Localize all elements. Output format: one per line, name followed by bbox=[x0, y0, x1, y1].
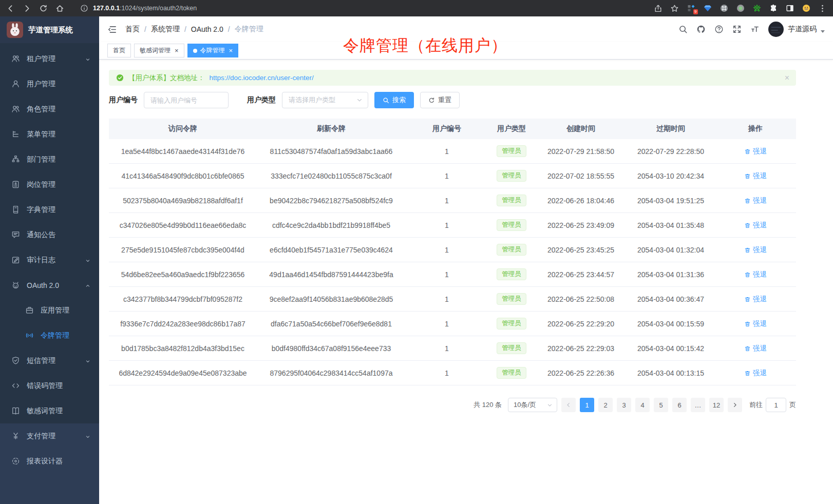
force-logout-button[interactable]: 强退 bbox=[744, 196, 767, 205]
sidebar-item-user[interactable]: 用户管理 bbox=[0, 71, 99, 96]
sidebar-item-sensitive[interactable]: 敏感词管理 bbox=[0, 398, 99, 423]
help-icon[interactable] bbox=[714, 25, 724, 34]
sidebar-item-pay[interactable]: 支付管理 bbox=[0, 423, 99, 449]
expire-time-cell: 2054-03-10 20:42:34 bbox=[627, 172, 715, 180]
browser-menu-icon[interactable] bbox=[818, 4, 827, 13]
created-time-cell: 2022-06-25 22:29:20 bbox=[535, 320, 627, 328]
share-icon[interactable] bbox=[654, 4, 662, 13]
dept-icon bbox=[11, 155, 20, 164]
goto-page-input[interactable] bbox=[766, 398, 786, 412]
browser-back-icon[interactable] bbox=[6, 4, 15, 13]
tag-tab-敏感词管理[interactable]: 敏感词管理× bbox=[134, 44, 184, 57]
force-logout-button[interactable]: 强退 bbox=[744, 171, 767, 181]
sidebar-item-notice[interactable]: 通知公告 bbox=[0, 222, 99, 247]
sidebar-logo[interactable]: 芋道管理系统 bbox=[0, 16, 99, 43]
notice-icon bbox=[11, 230, 20, 240]
alert-close-icon[interactable]: × bbox=[785, 74, 789, 82]
url-bar[interactable]: 127.0.0.1:1024/system/oauth2/token bbox=[80, 4, 646, 12]
user-type-placeholder: 请选择用户类型 bbox=[289, 95, 335, 105]
action-cell: 强退 bbox=[715, 147, 796, 156]
sidebar-item-post[interactable]: 岗位管理 bbox=[0, 172, 99, 197]
page-size-select[interactable]: 10条/页 bbox=[508, 398, 557, 412]
tab-close-icon[interactable]: × bbox=[175, 47, 179, 54]
github-icon[interactable] bbox=[696, 25, 706, 34]
trash-icon bbox=[744, 147, 751, 155]
sidebar-item-oauth2[interactable]: OAuth 2.0 bbox=[0, 273, 99, 298]
breadcrumb-item[interactable]: 首页 bbox=[125, 25, 140, 34]
page-button-3[interactable]: 3 bbox=[617, 398, 631, 412]
page-button-4[interactable]: 4 bbox=[635, 398, 650, 412]
user-id-input[interactable] bbox=[144, 92, 229, 108]
page-info-icon[interactable] bbox=[80, 4, 88, 12]
sidebar-fold-icon[interactable] bbox=[107, 24, 117, 34]
page-button-2[interactable]: 2 bbox=[598, 398, 613, 412]
sidebar-panel-icon[interactable] bbox=[785, 4, 794, 12]
extension-gem-icon[interactable] bbox=[703, 4, 712, 12]
prev-page-button[interactable] bbox=[561, 398, 576, 412]
user-icon bbox=[11, 80, 20, 89]
user-id-cell: 1 bbox=[406, 295, 488, 303]
force-logout-button[interactable]: 强退 bbox=[744, 147, 767, 156]
sidebar-item-menu[interactable]: 菜单管理 bbox=[0, 122, 99, 147]
font-size-icon[interactable] bbox=[750, 25, 760, 34]
extension-command-icon[interactable] bbox=[720, 4, 728, 12]
page-button-12[interactable]: 12 bbox=[709, 398, 724, 412]
extension-star-icon[interactable] bbox=[752, 4, 761, 12]
user-type-select[interactable]: 请选择用户类型 bbox=[282, 92, 368, 108]
breadcrumb-item[interactable]: 系统管理 bbox=[151, 25, 180, 34]
sidebar-item-role[interactable]: 角色管理 bbox=[0, 96, 99, 122]
sidebar-item-audit[interactable]: 审计日志 bbox=[0, 247, 99, 273]
browser-reload-icon[interactable] bbox=[39, 4, 48, 13]
force-logout-button[interactable]: 强退 bbox=[744, 295, 767, 304]
extension-blocks-icon[interactable]: 9 bbox=[687, 4, 695, 12]
user-avatar bbox=[768, 22, 784, 37]
tag-tab-令牌管理[interactable]: 令牌管理× bbox=[187, 44, 239, 57]
logo-rabbit-icon bbox=[7, 22, 23, 38]
filter-form: 用户编号 用户类型 请选择用户类型 搜索 重置 bbox=[109, 92, 833, 108]
expire-time-cell: 2022-07-29 22:28:50 bbox=[627, 147, 715, 156]
doc-link[interactable]: https://doc.iocoder.cn/user-center/ bbox=[210, 74, 314, 82]
tag-tab-首页[interactable]: 首页 bbox=[107, 44, 131, 57]
extension-record-icon[interactable] bbox=[736, 4, 745, 12]
user-id-cell: 1 bbox=[406, 369, 488, 377]
sidebar-item-dept[interactable]: 部门管理 bbox=[0, 147, 99, 172]
sidebar-item-oauth2-app[interactable]: 应用管理 bbox=[0, 298, 99, 323]
page-button-5[interactable]: 5 bbox=[654, 398, 668, 412]
search-button[interactable]: 搜索 bbox=[374, 92, 414, 108]
column-header: 刷新令牌 bbox=[257, 124, 406, 133]
goto-suffix: 页 bbox=[789, 400, 796, 410]
sidebar-item-report[interactable]: 报表设计器 bbox=[0, 449, 99, 474]
sidebar-item-oauth2-token[interactable]: 令牌管理 bbox=[0, 323, 99, 348]
bookmark-star-icon[interactable] bbox=[670, 4, 679, 13]
extension-badge: 9 bbox=[693, 9, 698, 14]
page-button-6[interactable]: 6 bbox=[672, 398, 687, 412]
force-logout-button[interactable]: 强退 bbox=[744, 245, 767, 255]
extension-puzzle-icon[interactable] bbox=[769, 4, 778, 12]
force-logout-button[interactable]: 强退 bbox=[744, 270, 767, 279]
force-logout-button[interactable]: 强退 bbox=[744, 319, 767, 328]
breadcrumb: 首页/系统管理/OAuth 2.0/令牌管理 bbox=[125, 25, 263, 34]
tab-close-icon[interactable]: × bbox=[229, 47, 233, 54]
sidebar-item-tenant[interactable]: 租户管理 bbox=[0, 46, 99, 71]
search-icon[interactable] bbox=[678, 25, 688, 34]
breadcrumb-item[interactable]: OAuth 2.0 bbox=[191, 25, 223, 33]
tab-label: 首页 bbox=[113, 46, 125, 55]
browser-home-icon[interactable] bbox=[55, 4, 64, 13]
force-logout-button[interactable]: 强退 bbox=[744, 344, 767, 353]
sidebar-item-dict[interactable]: 字典管理 bbox=[0, 197, 99, 222]
force-logout-button[interactable]: 强退 bbox=[744, 369, 767, 378]
sidebar-item-sms[interactable]: 短信管理 bbox=[0, 348, 99, 373]
profile-avatar-emoji-icon[interactable] bbox=[802, 4, 810, 12]
column-header: 用户类型 bbox=[488, 124, 535, 133]
errcode-icon bbox=[11, 381, 20, 391]
next-page-button[interactable] bbox=[728, 398, 742, 412]
user-type-cell: 管理员 bbox=[488, 268, 535, 280]
user-menu[interactable]: 芋道源码 bbox=[768, 22, 825, 37]
force-logout-button[interactable]: 强退 bbox=[744, 221, 767, 230]
page-ellipsis[interactable]: … bbox=[691, 398, 705, 412]
reset-button[interactable]: 重置 bbox=[420, 92, 460, 108]
browser-forward-icon[interactable] bbox=[23, 4, 31, 13]
page-button-1[interactable]: 1 bbox=[580, 398, 594, 412]
sidebar-item-errcode[interactable]: 错误码管理 bbox=[0, 373, 99, 398]
fullscreen-icon[interactable] bbox=[732, 25, 742, 34]
